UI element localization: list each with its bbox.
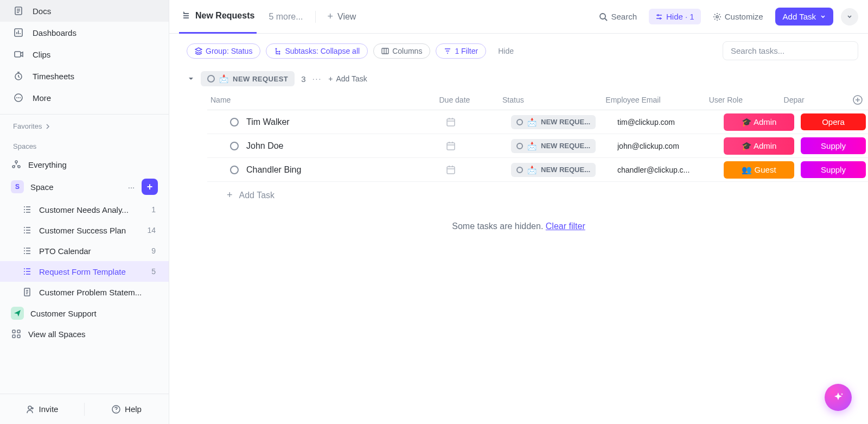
calendar-icon[interactable] [446, 141, 456, 151]
nav-docs[interactable]: Docs [0, 0, 169, 22]
col-dept[interactable]: Depar [784, 96, 847, 104]
collapse-group-icon[interactable] [188, 75, 194, 82]
expand-button[interactable] [841, 8, 858, 26]
space-add-button[interactable]: + [142, 179, 158, 195]
status-pill[interactable]: 📩NEW REQUE... [511, 163, 596, 177]
hide-link[interactable]: Hide [492, 47, 520, 55]
group-pill[interactable]: Group: Status [187, 43, 260, 59]
nav-more[interactable]: More [0, 87, 169, 109]
svg-rect-2 [15, 52, 21, 57]
col-due[interactable]: Due date [439, 96, 502, 104]
calendar-icon[interactable] [446, 117, 456, 127]
nav-dashboards[interactable]: Dashboards [0, 22, 169, 43]
email-cell[interactable]: tim@clickup.com [617, 118, 724, 126]
list-label: Customer Problem Statem... [39, 288, 149, 297]
list-item[interactable]: Customer Success Plan14 [0, 220, 169, 241]
tab-more[interactable]: 5 more... [266, 0, 305, 34]
space-more-icon[interactable]: ··· [124, 180, 138, 194]
status-circle-icon[interactable] [230, 142, 239, 150]
subtasks-pill[interactable]: Subtasks: Collapse all [266, 43, 368, 59]
list-item[interactable]: Customer Needs Analy...1 [0, 199, 169, 220]
plus-icon: + [328, 74, 333, 83]
list-item[interactable]: Customer Problem Statem... [0, 282, 169, 302]
task-name[interactable]: John Doe [246, 141, 284, 151]
filter-icon [444, 47, 451, 55]
table-row[interactable]: Chandler Bing 📩NEW REQUE... chandler@cli… [207, 158, 868, 182]
hide-button[interactable]: Hide · 1 [649, 9, 701, 24]
favorites-header[interactable]: Favorites [0, 115, 169, 135]
help-button[interactable]: Help [85, 394, 169, 424]
space-row[interactable]: S Space ··· + [0, 174, 169, 199]
clear-filter-link[interactable]: Clear filter [546, 222, 585, 231]
svg-rect-27 [447, 167, 455, 174]
doc-icon [22, 287, 33, 298]
svg-rect-14 [12, 335, 15, 338]
list-item[interactable]: Request Form Template5 [0, 261, 169, 282]
role-badge[interactable]: 🎓 Admin [724, 113, 794, 131]
role-badge[interactable]: 🎓 Admin [724, 137, 794, 155]
tab-new-requests[interactable]: New Requests [179, 0, 257, 34]
col-status[interactable]: Status [502, 96, 605, 104]
group-status-chip[interactable]: 📩 NEW REQUEST [201, 71, 295, 86]
dept-badge[interactable]: Supply [801, 161, 866, 178]
add-column-button[interactable] [847, 95, 868, 105]
spaces-header[interactable]: Spaces [0, 135, 169, 155]
svg-rect-23 [382, 48, 388, 54]
list-count: 9 [151, 246, 158, 255]
col-email[interactable]: Employee Email [605, 96, 709, 104]
dept-badge[interactable]: Opera [801, 113, 866, 130]
sparkle-icon [832, 391, 844, 403]
calendar-icon[interactable] [446, 165, 456, 175]
email-cell[interactable]: chandler@clickup.c... [617, 166, 724, 174]
table-header: Name Due date Status Employee Email User… [207, 90, 868, 110]
status-pill[interactable]: 📩NEW REQUE... [511, 115, 596, 129]
sidebar-footer: Invite Help [0, 394, 169, 424]
svg-point-21 [279, 50, 280, 52]
customize-button[interactable]: Customize [709, 9, 768, 24]
subtask-icon [274, 47, 282, 55]
group-add-task[interactable]: + Add Task [328, 74, 367, 83]
nav-clips[interactable]: Clips [0, 43, 169, 65]
sidebar: DocsDashboardsClipsTimesheetsMore Favori… [0, 0, 169, 424]
ai-fab-button[interactable] [825, 384, 852, 411]
view-all-spaces[interactable]: View all Spaces [0, 324, 169, 344]
svg-rect-13 [17, 330, 20, 333]
plus-icon: + [328, 11, 334, 22]
dept-badge[interactable]: Supply [801, 137, 866, 154]
role-badge[interactable]: 👥 Guest [724, 161, 794, 179]
customer-support-space[interactable]: Customer Support [0, 302, 169, 324]
add-task-row[interactable]: + Add Task [207, 182, 868, 208]
group-more-icon[interactable]: ··· [312, 74, 322, 83]
filterbar: Group: Status Subtasks: Collapse all Col… [169, 34, 868, 68]
filter-pill[interactable]: 1 Filter [436, 43, 486, 59]
email-cell[interactable]: john@clickup.com [617, 142, 724, 150]
svg-rect-26 [447, 143, 455, 150]
table-row[interactable]: Tim Walker 📩NEW REQUE... tim@clickup.com… [207, 110, 868, 134]
col-role[interactable]: User Role [709, 96, 784, 104]
columns-pill[interactable]: Columns [373, 43, 430, 59]
table-row[interactable]: John Doe 📩NEW REQUE... john@clickup.com … [207, 134, 868, 158]
svg-rect-25 [447, 119, 455, 126]
task-name[interactable]: Chandler Bing [246, 165, 301, 175]
gear-icon [713, 12, 722, 21]
list-item[interactable]: PTO Calendar9 [0, 241, 169, 261]
envelope-icon: 📩 [527, 142, 537, 150]
list-count: 1 [151, 205, 158, 214]
list-icon [22, 225, 33, 236]
search-button[interactable]: Search [595, 9, 641, 24]
task-name[interactable]: Tim Walker [246, 117, 290, 127]
envelope-icon: 📩 [527, 118, 537, 126]
status-circle-icon[interactable] [230, 166, 239, 174]
toolbar: New Requests 5 more... + View Search Hid… [169, 0, 868, 34]
col-name[interactable]: Name [207, 96, 439, 104]
everything-item[interactable]: Everything [0, 155, 169, 174]
status-circle-icon[interactable] [230, 118, 239, 126]
nav-timesheets[interactable]: Timesheets [0, 65, 169, 87]
invite-button[interactable]: Invite [0, 394, 84, 424]
doc-icon [13, 5, 24, 16]
svg-point-20 [276, 48, 277, 49]
add-view-button[interactable]: + View [326, 0, 359, 34]
search-tasks-input[interactable] [723, 41, 858, 60]
add-task-button[interactable]: Add Task [775, 8, 833, 26]
status-pill[interactable]: 📩NEW REQUE... [511, 139, 596, 153]
